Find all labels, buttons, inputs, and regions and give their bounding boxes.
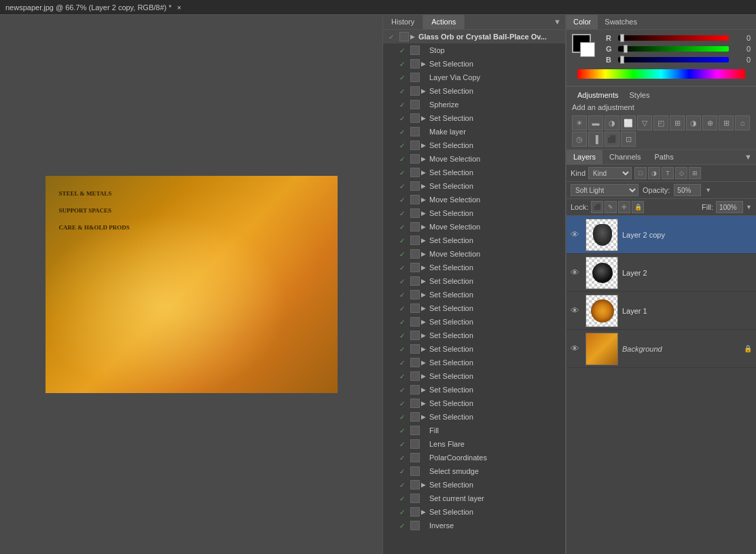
layer-item[interactable]: 👁 Layer 2 copy: [566, 216, 756, 254]
action-item[interactable]: ✓ ▶ Set Selection: [383, 288, 565, 301]
action-checkbox[interactable]: [410, 236, 420, 245]
action-item[interactable]: ✓ ▶ Set Selection: [383, 301, 565, 315]
action-item[interactable]: ✓ ▶ Set Selection: [383, 84, 565, 98]
color-spectrum[interactable]: [577, 69, 745, 79]
action-checkbox[interactable]: [410, 507, 420, 517]
adj-photofilter[interactable]: ⊕: [702, 115, 717, 130]
action-expand[interactable]: ▶: [421, 196, 429, 203]
action-item[interactable]: ✓ ▶ Set Selection: [383, 315, 565, 329]
layers-kind-select[interactable]: Kind Name Effect Mode Attribute Color: [588, 167, 632, 179]
action-expand[interactable]: ▶: [421, 481, 429, 488]
layer-visibility[interactable]: 👁: [571, 229, 581, 240]
close-button[interactable]: ×: [177, 3, 181, 12]
action-expand[interactable]: ▶: [421, 169, 429, 176]
adj-chanmix[interactable]: ⊞: [719, 115, 734, 130]
adj-posterize[interactable]: ◷: [572, 132, 587, 147]
action-item[interactable]: ✓ ▶ Set Selection: [383, 396, 565, 410]
action-checkbox[interactable]: [410, 385, 420, 394]
canvas-image[interactable]: STEEL & METALS SUPPORT SPACES CARE & H&O…: [46, 176, 338, 393]
action-item[interactable]: ✓ Make layer: [383, 125, 565, 138]
action-checkbox[interactable]: [410, 412, 420, 422]
tab-paths[interactable]: Paths: [648, 150, 681, 164]
action-item[interactable]: ✓ ▶ Glass Orb or Crystal Ball-Place Ov..…: [383, 30, 565, 43]
action-item[interactable]: ✓ Lens Flare: [383, 437, 565, 451]
action-checkbox[interactable]: [410, 249, 420, 259]
action-item[interactable]: ✓ ▶ Set Selection: [383, 234, 565, 247]
filter-adj[interactable]: ◑: [648, 167, 660, 179]
action-checkbox[interactable]: [410, 222, 420, 232]
action-expand[interactable]: ▶: [421, 223, 429, 230]
action-expand[interactable]: ▶: [421, 264, 429, 271]
action-item[interactable]: ✓ ▶ Set Selection: [383, 342, 565, 356]
action-checkbox[interactable]: [410, 426, 420, 435]
adj-exposure[interactable]: ⬜: [621, 115, 636, 130]
tab-styles[interactable]: Styles: [624, 90, 655, 100]
action-checkbox[interactable]: [410, 181, 420, 191]
red-track[interactable]: [618, 35, 729, 41]
action-item[interactable]: ✓ ▶ Set Selection: [383, 138, 565, 152]
layer-item[interactable]: 👁 Layer 1: [566, 292, 756, 330]
action-item[interactable]: ✓ Inverse: [383, 519, 565, 532]
action-item[interactable]: ✓ ▶ Set Selection: [383, 356, 565, 369]
layer-visibility[interactable]: 👁: [571, 267, 581, 278]
action-expand[interactable]: ▶: [421, 88, 429, 94]
layers-panel-menu[interactable]: ▼: [740, 150, 756, 164]
action-item[interactable]: ✓ ▶ Set Selection: [383, 329, 565, 342]
tab-actions[interactable]: Actions: [423, 15, 465, 29]
action-checkbox[interactable]: [410, 45, 420, 55]
filter-type[interactable]: T: [662, 167, 674, 179]
action-checkbox[interactable]: [410, 317, 420, 327]
action-expand[interactable]: ▶: [421, 386, 429, 393]
action-checkbox[interactable]: [410, 344, 420, 354]
action-item[interactable]: ✓ ▶ Set Selection: [383, 410, 565, 424]
action-checkbox[interactable]: [410, 331, 420, 340]
action-checkbox[interactable]: [410, 86, 420, 96]
action-expand[interactable]: ▶: [421, 237, 429, 244]
action-expand[interactable]: ▶: [421, 509, 429, 515]
action-checkbox[interactable]: [410, 439, 420, 449]
action-checkbox[interactable]: [410, 290, 420, 299]
action-checkbox[interactable]: [410, 371, 420, 381]
action-checkbox[interactable]: [410, 59, 420, 69]
tab-history[interactable]: History: [383, 15, 423, 29]
filter-shape[interactable]: ◇: [675, 167, 687, 179]
action-item[interactable]: ✓ ▶ Set Selection: [383, 505, 565, 519]
opacity-arrow[interactable]: ▼: [705, 187, 711, 193]
background-swatch[interactable]: [580, 42, 595, 57]
action-expand[interactable]: ▶: [421, 115, 429, 122]
tab-adjustments[interactable]: Adjustments: [572, 90, 624, 100]
actions-panel-menu[interactable]: ▼: [550, 15, 565, 29]
action-checkbox[interactable]: [410, 466, 420, 476]
action-checkbox[interactable]: [410, 263, 420, 272]
action-item[interactable]: ✓ ▶ Move Selection: [383, 247, 565, 261]
adj-vibrance[interactable]: ▽: [637, 115, 652, 130]
action-checkbox[interactable]: [410, 113, 420, 123]
action-item[interactable]: ✓ Layer Via Copy: [383, 71, 565, 84]
action-item[interactable]: ✓ ▶ Set Selection: [383, 369, 565, 383]
opacity-input[interactable]: [674, 184, 701, 196]
adj-gradient[interactable]: ⬛: [605, 132, 619, 147]
adj-curves[interactable]: ◑: [605, 115, 619, 130]
action-expand[interactable]: ▶: [421, 359, 429, 366]
filter-pixel[interactable]: □: [634, 167, 647, 179]
action-item[interactable]: ✓ Stop: [383, 43, 565, 57]
action-item[interactable]: ✓ ▶ Set Selection: [383, 179, 565, 193]
action-item[interactable]: ✓ ▶ Move Selection: [383, 152, 565, 166]
filter-smart[interactable]: ⊞: [689, 167, 701, 179]
action-checkbox[interactable]: [410, 127, 420, 136]
action-checkbox[interactable]: [410, 494, 420, 503]
adj-bw[interactable]: ◑: [686, 115, 701, 130]
action-item[interactable]: ✓ ▶ Set Selection: [383, 383, 565, 396]
action-checkbox[interactable]: [410, 73, 420, 82]
tab-channels[interactable]: Channels: [602, 150, 647, 164]
action-item[interactable]: ✓ Select smudge: [383, 464, 565, 478]
action-checkbox[interactable]: [410, 208, 420, 218]
adj-invert[interactable]: ⌂: [735, 115, 750, 130]
action-item[interactable]: ✓ ▶ Move Selection: [383, 193, 565, 206]
layer-visibility[interactable]: 👁: [571, 306, 581, 316]
layer-visibility[interactable]: 👁: [571, 344, 581, 354]
action-checkbox[interactable]: [410, 100, 420, 109]
action-expand[interactable]: ▶: [421, 60, 429, 67]
action-expand[interactable]: ▶: [421, 142, 429, 149]
action-item[interactable]: ✓ ▶ Set Selection: [383, 166, 565, 179]
